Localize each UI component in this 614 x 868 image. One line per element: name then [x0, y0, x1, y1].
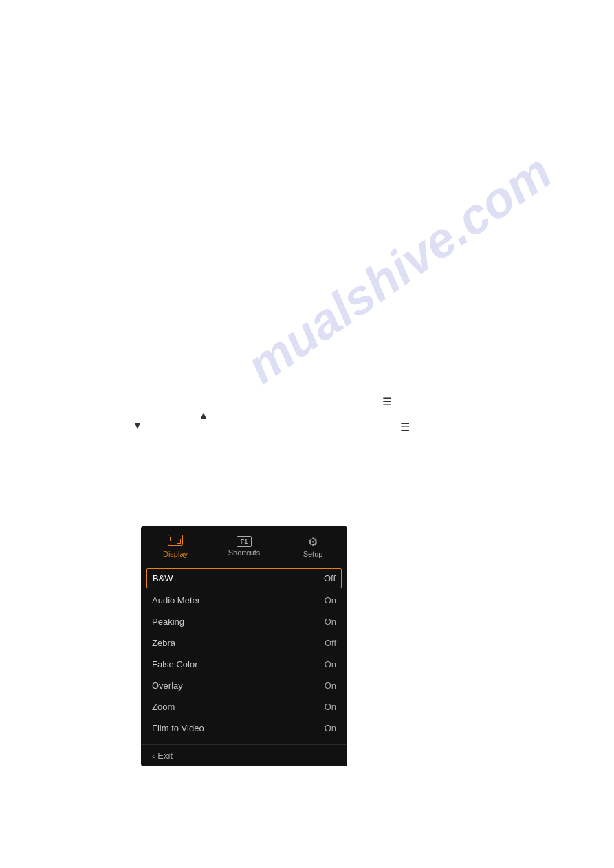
tab-setup[interactable]: ⚙ Setup [278, 533, 347, 561]
f1-icon: F1 [237, 536, 252, 547]
menu-row-film-to-video-value: On [325, 723, 336, 733]
tab-setup-label: Setup [303, 550, 323, 558]
menu-row-bw-value: Off [324, 573, 336, 583]
menu-row-film-to-video-label: Film to Video [152, 723, 204, 733]
menu-row-false-color[interactable]: False Color On [141, 654, 347, 675]
menu-row-audio-meter-value: On [325, 595, 336, 605]
tab-bar: Display F1 Shortcuts ⚙ Setup [141, 526, 347, 564]
menu-row-zebra-value: Off [325, 638, 336, 648]
tab-shortcuts[interactable]: F1 Shortcuts [210, 533, 278, 559]
menu-row-false-color-value: On [325, 659, 336, 669]
exit-label: Exit [157, 750, 173, 761]
menu-row-zoom-label: Zoom [152, 702, 175, 712]
exit-button[interactable]: ‹ Exit [141, 744, 347, 766]
menu-row-bw-label: B&W [153, 573, 173, 583]
menu-row-peaking-label: Peaking [152, 616, 184, 627]
display-icon [168, 535, 183, 548]
exit-arrow-icon: ‹ [152, 750, 155, 761]
menu-row-overlay-value: On [325, 680, 336, 691]
menu-content: B&W Off Audio Meter On Peaking On Zebra … [141, 564, 347, 742]
menu-row-zebra[interactable]: Zebra Off [141, 632, 347, 654]
watermark: mualshive.com [237, 143, 562, 394]
menu-row-zoom[interactable]: Zoom On [141, 696, 347, 717]
menu-row-overlay[interactable]: Overlay On [141, 675, 347, 696]
hamburger-icon-bottom[interactable]: ☰ [400, 421, 410, 434]
menu-row-overlay-label: Overlay [152, 680, 183, 691]
menu-row-zoom-value: On [325, 702, 336, 712]
menu-row-peaking[interactable]: Peaking On [141, 611, 347, 632]
menu-panel: Display F1 Shortcuts ⚙ Setup B&W Off Aud… [141, 526, 347, 766]
menu-row-zebra-label: Zebra [152, 638, 175, 648]
menu-row-audio-meter-label: Audio Meter [152, 595, 200, 605]
nav-arrow-down-icon[interactable]: ▼ [133, 420, 142, 431]
tab-display-label: Display [163, 550, 188, 558]
tab-shortcuts-label: Shortcuts [228, 548, 260, 557]
menu-row-peaking-value: On [325, 616, 336, 627]
tab-display[interactable]: Display [141, 532, 210, 561]
menu-row-film-to-video[interactable]: Film to Video On [141, 717, 347, 739]
sliders-icon: ⚙ [308, 535, 318, 548]
menu-row-false-color-label: False Color [152, 659, 197, 669]
hamburger-icon-top[interactable]: ☰ [382, 395, 392, 408]
nav-arrow-up-icon[interactable]: ▲ [199, 410, 208, 421]
menu-row-audio-meter[interactable]: Audio Meter On [141, 590, 347, 611]
menu-row-bw[interactable]: B&W Off [146, 568, 342, 588]
